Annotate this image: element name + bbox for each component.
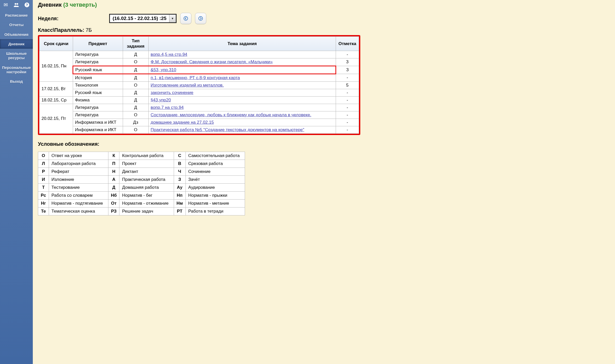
topic-link[interactable]: домашнее задание на 27.02.15: [151, 120, 214, 125]
svg-text:?: ?: [26, 3, 28, 7]
sidebar: ✉ ? РасписаниеОтчетыОбъявленияДневникШко…: [0, 0, 33, 364]
mark-cell: 3: [336, 66, 359, 74]
legend-code: И: [38, 175, 49, 183]
legend-label: Диктант: [119, 168, 174, 175]
topic-cell: домашнее задание на 27.02.15: [148, 119, 336, 126]
sidebar-nav: РасписаниеОтчетыОбъявленияДневникШкольны…: [0, 11, 33, 86]
th-subject: Предмет: [73, 37, 123, 51]
due-date-cell: 16.02.15, Пн: [39, 51, 73, 81]
topic-link[interactable]: п.1, в1-письменно, РТ с.8-9 контурная ка…: [151, 75, 240, 80]
legend-label: Срезовая работа: [186, 160, 245, 168]
legend-row: РсРабота со словаремНбНорматив - бегНпНо…: [38, 191, 245, 199]
sidebar-item[interactable]: Расписание: [0, 11, 33, 20]
page-title: Дневник (3 четверть): [38, 2, 361, 8]
type-cell: Д: [123, 74, 148, 81]
legend-code: Нг: [38, 199, 49, 207]
topic-link[interactable]: Сострадание, милосердие, любовь к ближне…: [151, 112, 311, 117]
class-value: 7Б: [86, 27, 92, 33]
legend-label: Норматив - отжимание: [119, 199, 174, 207]
subject-cell: Литература: [73, 111, 123, 119]
topic-link[interactable]: Ф.М. Достоевский. Сведения о жизни писат…: [151, 59, 273, 64]
mark-cell: -: [336, 119, 359, 126]
week-label: Неделя:: [38, 16, 58, 22]
topic-link[interactable]: &53, упр.310: [151, 67, 176, 72]
type-cell: О: [123, 126, 148, 133]
legend-code: А: [108, 175, 119, 183]
topic-cell: Практическая работа №5 "Создание текстов…: [148, 126, 336, 133]
legend-label: Изложение: [49, 175, 108, 183]
legend-row: ООтвет на урокеККонтрольная работаССамос…: [38, 152, 245, 160]
mark-cell: -: [336, 51, 359, 58]
sidebar-item[interactable]: Дневник: [0, 39, 33, 49]
legend-code: Нп: [174, 191, 186, 199]
legend-label: Норматив - подтягивание: [49, 199, 108, 207]
chevron-down-icon: ▼: [169, 15, 176, 22]
table-row: 17.02.15, ВтТехнологияОИзготовление изде…: [39, 81, 359, 89]
users-icon[interactable]: [12, 1, 20, 9]
mark-cell: -: [336, 111, 359, 119]
help-icon[interactable]: ?: [23, 1, 31, 9]
svg-point-0: [15, 3, 16, 5]
subject-cell: Информатика и ИКТ: [73, 126, 123, 133]
page-title-period: (3 четверть): [63, 2, 97, 8]
table-row: Русский языкДзакончить сочинение-: [39, 89, 359, 96]
legend-code: РЗ: [108, 207, 119, 215]
legend-label: Лабораторная работа: [49, 160, 108, 168]
type-cell: Д: [123, 51, 148, 58]
legend-code: П: [108, 160, 119, 168]
legend-code: Рс: [38, 191, 49, 199]
topic-link[interactable]: вопр.4,5 на стр.94: [151, 52, 187, 57]
legend-label: Работа со словарем: [49, 191, 108, 199]
mark-cell: 5: [336, 81, 359, 89]
type-cell: Дз: [123, 119, 148, 126]
sidebar-item[interactable]: Выход: [0, 77, 33, 86]
legend-code: Ау: [174, 183, 186, 191]
mail-icon[interactable]: ✉: [2, 1, 10, 9]
topic-link[interactable]: Изготовление изделий из металлов.: [151, 83, 224, 88]
topic-link[interactable]: закончить сочинение: [151, 90, 193, 95]
sidebar-item[interactable]: Объявления: [0, 30, 33, 39]
table-row: 16.02.15, ПнЛитератураДвопр.4,5 на стр.9…: [39, 51, 359, 58]
legend-label: Работа в тетради: [186, 207, 245, 215]
mark-cell: -: [336, 96, 359, 104]
due-date-cell: 17.02.15, Вт: [39, 81, 73, 96]
due-date-cell: 20.02.15, Пт: [39, 104, 73, 133]
subject-cell: Русский язык: [73, 66, 123, 74]
mark-cell: -: [336, 89, 359, 96]
topic-link[interactable]: вопр.7 на стр.94: [151, 105, 184, 110]
week-select[interactable]: (16.02.15 - 22.02.15) :25 ▼: [109, 14, 176, 23]
legend-code: От: [108, 199, 119, 207]
legend-row: ЛЛабораторная работаППроектВСрезовая раб…: [38, 160, 245, 168]
topic-cell: закончить сочинение: [148, 89, 336, 96]
week-select-value: (16.02.15 - 22.02.15) :25: [110, 16, 169, 21]
subject-cell: Информатика и ИКТ: [73, 119, 123, 126]
legend-code: РТ: [174, 207, 186, 215]
legend-code: Д: [108, 183, 119, 191]
legend-code: К: [108, 152, 119, 160]
sidebar-item[interactable]: Школьные ресурсы: [0, 49, 33, 63]
sidebar-item[interactable]: Персональные настройки: [0, 63, 33, 77]
next-week-button[interactable]: [195, 13, 206, 24]
legend-label: Ответ на уроке: [49, 152, 108, 160]
legend-code: Р: [38, 168, 49, 175]
legend-code: З: [174, 175, 186, 183]
legend-label: Норматив - бег: [119, 191, 174, 199]
topic-link[interactable]: Практическая работа №5 "Создание текстов…: [151, 127, 304, 132]
legend-code: О: [38, 152, 49, 160]
legend-code: Т: [38, 183, 49, 191]
legend-row: НгНорматив - подтягиваниеОтНорматив - от…: [38, 199, 245, 207]
legend-row: ТеТематическая оценкаРЗРешение задачРТРа…: [38, 207, 245, 215]
legend-label: Проект: [119, 160, 174, 168]
sidebar-item[interactable]: Отчеты: [0, 20, 33, 29]
legend-code: Ч: [174, 168, 186, 175]
legend-label: Аудирование: [186, 183, 245, 191]
mark-cell: -: [336, 74, 359, 81]
prev-week-button[interactable]: [180, 13, 191, 24]
class-row: Класс\Параллель: 7Б: [38, 27, 361, 33]
type-cell: Д: [123, 89, 148, 96]
topic-link[interactable]: §43,упр20: [151, 98, 171, 102]
subject-cell: Русский язык: [73, 89, 123, 96]
topic-cell: Ф.М. Достоевский. Сведения о жизни писат…: [148, 58, 336, 66]
main-content: Дневник (3 четверть) Неделя: (16.02.15 -…: [33, 0, 364, 364]
table-row: Русский языкД&53, упр.3103: [39, 66, 359, 74]
